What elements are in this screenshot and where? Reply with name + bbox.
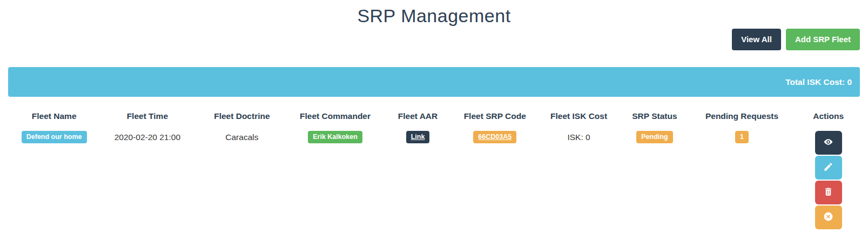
view-all-button[interactable]: View All	[732, 29, 781, 50]
edit-fleet-button[interactable]	[815, 156, 842, 180]
fleet-isk-cost-text: ISK: 0	[567, 131, 590, 142]
times-circle-icon	[823, 211, 833, 223]
fleet-srp-code-link[interactable]: 66CD03A5	[473, 131, 516, 143]
column-header-fleet-isk-cost: Fleet ISK Cost	[535, 102, 622, 128]
fleet-aar-link[interactable]: Link	[406, 131, 430, 143]
add-srp-fleet-button[interactable]: Add SRP Fleet	[786, 29, 860, 50]
toolbar: View All Add SRP Fleet	[8, 29, 860, 50]
total-isk-cost-text: Total ISK Cost: 0	[785, 77, 852, 87]
view-fleet-button[interactable]	[815, 131, 842, 155]
column-header-fleet-name: Fleet Name	[8, 102, 100, 128]
fleet-commander-badge: Erik Kalkoken	[308, 131, 362, 143]
column-header-fleet-time: Fleet Time	[100, 102, 194, 128]
delete-fleet-button[interactable]	[815, 181, 842, 204]
column-header-fleet-commander: Fleet Commander	[289, 102, 381, 128]
row-actions	[815, 131, 842, 229]
trash-icon	[823, 187, 833, 198]
column-header-pending-requests: Pending Requests	[687, 102, 797, 128]
table-row: Defend our home 2020-02-20 21:00 Caracal…	[8, 128, 860, 233]
pencil-icon	[823, 162, 833, 174]
column-header-fleet-srp-code: Fleet SRP Code	[454, 102, 535, 128]
column-header-srp-status: SRP Status	[622, 102, 687, 128]
srp-management-page: SRP Management View All Add SRP Fleet To…	[0, 0, 868, 252]
disable-fleet-button[interactable]	[815, 205, 842, 229]
page-title: SRP Management	[8, 5, 860, 26]
fleet-doctrine-text: Caracals	[225, 131, 258, 142]
column-header-actions: Actions	[797, 102, 860, 128]
column-header-fleet-doctrine: Fleet Doctrine	[194, 102, 289, 128]
eye-icon	[823, 137, 833, 149]
srp-fleets-table: Fleet Name Fleet Time Fleet Doctrine Fle…	[8, 102, 860, 233]
column-header-fleet-aar: Fleet AAR	[381, 102, 455, 128]
pending-requests-badge: 1	[735, 131, 749, 143]
fleet-name-badge: Defend our home	[22, 131, 87, 143]
total-isk-cost-banner: Total ISK Cost: 0	[8, 67, 860, 97]
table-header-row: Fleet Name Fleet Time Fleet Doctrine Fle…	[8, 102, 860, 128]
fleet-time-text: 2020-02-20 21:00	[115, 131, 180, 142]
srp-status-badge: Pending	[636, 131, 672, 143]
